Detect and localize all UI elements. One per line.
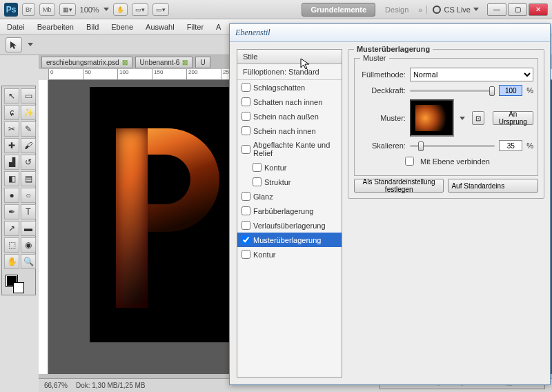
pattern-thumbnail[interactable]	[410, 99, 454, 137]
menu-analyse[interactable]: A	[216, 23, 221, 31]
style-item-kontur[interactable]: Kontur	[237, 160, 342, 175]
crop-tool[interactable]: ✂	[4, 121, 19, 137]
style-checkbox[interactable]	[241, 83, 250, 92]
zoom-tool[interactable]: 🔍	[21, 254, 36, 269]
menu-datei[interactable]: Datei	[7, 23, 25, 31]
style-label: Verlaufsüberlagerung	[253, 222, 326, 230]
style-checkbox[interactable]	[241, 221, 250, 230]
history-brush-tool[interactable]: ↺	[21, 155, 36, 170]
stamp-tool[interactable]: ▟	[4, 155, 19, 170]
muster-group: Muster Füllmethode: Normal Deckkraft: % …	[354, 58, 538, 176]
3d-tool[interactable]: ⬚	[4, 237, 19, 253]
cslive-dropdown-icon[interactable]	[473, 8, 479, 11]
view-chip[interactable]: ▭▾	[132, 3, 148, 16]
fill-options-row[interactable]: Fülloptionen: Standard	[237, 64, 342, 80]
style-item-struktur[interactable]: Struktur	[237, 175, 342, 189]
gradient-tool[interactable]: ▤	[21, 171, 36, 186]
workspace-more-icon[interactable]: »	[418, 6, 422, 14]
tab-close-icon[interactable]: ⊠	[182, 59, 188, 66]
style-checkbox[interactable]	[253, 177, 262, 186]
style-item-schein-nach-innen[interactable]: Schein nach innen	[237, 124, 342, 138]
zoom-dropdown-icon[interactable]	[103, 8, 109, 11]
move-tool[interactable]: ↖	[4, 88, 19, 104]
tool-preset-dropdown-icon[interactable]	[28, 43, 33, 46]
workspace-design-button[interactable]: Design	[379, 3, 414, 16]
pen-tool[interactable]: ✒	[4, 204, 19, 219]
dodge-tool[interactable]: ○	[21, 188, 36, 203]
scale-slider[interactable]	[410, 145, 495, 147]
blend-mode-select[interactable]: Normal	[410, 68, 533, 81]
maximize-button[interactable]: ▢	[508, 3, 527, 16]
blur-tool[interactable]: ●	[4, 188, 19, 203]
style-item-kontur[interactable]: Kontur	[237, 247, 342, 262]
doc-tab-1[interactable]: erschiebungsmatrix.psd⊠	[41, 57, 132, 68]
lasso-tool[interactable]: ɕ	[4, 105, 19, 120]
status-zoom[interactable]: 66,67%	[44, 382, 68, 389]
menu-ebene[interactable]: Ebene	[111, 23, 133, 31]
type-tool[interactable]: T	[21, 204, 36, 219]
set-default-button[interactable]: Als Standardeinstellung festlegen	[354, 179, 444, 193]
snap-origin-btn[interactable]: ⊡	[472, 111, 484, 125]
menu-auswahl[interactable]: Auswahl	[146, 23, 175, 31]
zoom-level[interactable]: 100%	[80, 6, 99, 14]
ruler-vertical[interactable]	[39, 80, 48, 374]
doc-tab-2[interactable]: Unbenannt-6⊠	[135, 57, 193, 68]
marquee-tool[interactable]: ▭	[21, 88, 36, 104]
style-checkbox[interactable]	[241, 145, 250, 154]
hand-tool[interactable]: ✋	[4, 254, 19, 269]
scale-input[interactable]	[499, 140, 522, 151]
style-item-schlagschatten[interactable]: Schlagschatten	[237, 80, 342, 95]
an-ursprung-button[interactable]: An Ursprung	[493, 111, 533, 125]
wand-tool[interactable]: ✨	[21, 105, 36, 120]
path-tool[interactable]: ↗	[4, 221, 19, 236]
style-item-abgeflachte-kante-und-relief[interactable]: Abgeflachte Kante und Relief	[237, 138, 342, 160]
cs-live-button[interactable]: CS Live	[426, 6, 479, 14]
doc-tab-3[interactable]: U	[195, 57, 210, 68]
reset-default-button[interactable]: Auf Standardeins	[448, 179, 538, 193]
tab-close-icon[interactable]: ⊠	[122, 59, 128, 66]
background-swatch[interactable]	[13, 282, 24, 293]
style-item-verlaufs-berlagerung[interactable]: Verlaufsüberlagerung	[237, 218, 342, 233]
menu-bearbeiten[interactable]: Bearbeiten	[37, 23, 74, 31]
frame-icon[interactable]: ▦▾	[59, 3, 76, 16]
minimize-button[interactable]: —	[487, 3, 506, 16]
styles-header[interactable]: Stile	[237, 50, 342, 64]
menu-bild[interactable]: Bild	[86, 23, 99, 31]
dialog-title[interactable]: Ebenenstil	[230, 24, 550, 42]
style-item-muster-berlagerung[interactable]: Musterüberlagerung	[237, 233, 342, 247]
style-item-schatten-nach-innen[interactable]: Schatten nach innen	[237, 95, 342, 109]
pattern-dropdown-icon[interactable]	[460, 117, 465, 120]
style-checkbox[interactable]	[241, 126, 250, 135]
shape-tool[interactable]: ▬	[21, 221, 36, 236]
style-checkbox[interactable]	[253, 163, 262, 172]
color-swatches[interactable]	[3, 273, 37, 293]
menu-filter[interactable]: Filter	[187, 23, 204, 31]
move-tool-icon[interactable]	[6, 37, 22, 52]
brush-tool[interactable]: 🖌	[21, 138, 36, 153]
style-checkbox[interactable]	[241, 97, 250, 106]
opacity-input[interactable]	[499, 85, 522, 96]
style-checkbox[interactable]	[241, 206, 250, 215]
hand-tool-chip[interactable]: ✋	[113, 3, 128, 16]
group-title: Musterüberlagerung	[354, 45, 433, 53]
eraser-tool[interactable]: ◧	[4, 171, 19, 186]
camera-tool[interactable]: ◉	[21, 237, 36, 253]
link-with-layer-checkbox[interactable]	[405, 157, 414, 166]
style-item-glanz[interactable]: Glanz	[237, 189, 342, 204]
style-checkbox[interactable]	[241, 250, 250, 259]
style-checkbox[interactable]	[241, 112, 250, 121]
style-item-schein-nach-au-en[interactable]: Schein nach außen	[237, 109, 342, 124]
style-item-farb-berlagerung[interactable]: Farbüberlagerung	[237, 204, 342, 218]
bridge-chip[interactable]: Br	[22, 3, 35, 16]
status-docsize[interactable]: Dok: 1,30 MB/1,25 MB	[76, 382, 146, 389]
healing-tool[interactable]: ✚	[4, 138, 19, 153]
style-checkbox[interactable]	[241, 192, 250, 201]
style-label: Schatten nach innen	[253, 98, 322, 106]
workspace-grundelemente-button[interactable]: Grundelemente	[302, 3, 375, 17]
screen-chip[interactable]: ▭▾	[152, 3, 169, 16]
style-checkbox[interactable]	[241, 235, 250, 244]
mb-chip[interactable]: Mb	[39, 3, 55, 16]
eyedropper-tool[interactable]: ✎	[21, 121, 36, 137]
opacity-slider[interactable]	[410, 90, 495, 92]
close-button[interactable]: ✕	[529, 3, 548, 16]
